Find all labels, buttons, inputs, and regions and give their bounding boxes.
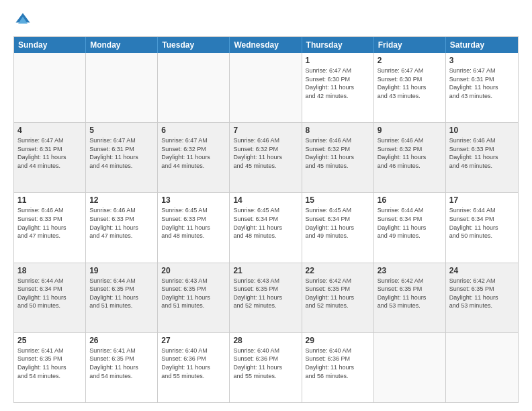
day-number: 24: [449, 266, 515, 275]
cal-cell: 28Sunrise: 6:40 AM Sunset: 6:36 PM Dayli…: [230, 333, 302, 402]
calendar-body: 1Sunrise: 6:47 AM Sunset: 6:30 PM Daylig…: [14, 53, 518, 402]
header-day-sunday: Sunday: [14, 37, 86, 53]
day-number: 2: [378, 56, 442, 65]
header-day-wednesday: Wednesday: [230, 37, 302, 53]
day-info: Sunrise: 6:40 AM Sunset: 6:36 PM Dayligh…: [161, 347, 226, 380]
day-info: Sunrise: 6:45 AM Sunset: 6:34 PM Dayligh…: [233, 206, 298, 240]
cal-cell: 2Sunrise: 6:47 AM Sunset: 6:30 PM Daylig…: [374, 53, 446, 122]
day-info: Sunrise: 6:47 AM Sunset: 6:31 PM Dayligh…: [17, 136, 82, 170]
calendar: SundayMondayTuesdayWednesdayThursdayFrid…: [13, 36, 519, 403]
cal-cell: 24Sunrise: 6:42 AM Sunset: 6:35 PM Dayli…: [446, 263, 518, 332]
day-info: Sunrise: 6:47 AM Sunset: 6:32 PM Dayligh…: [161, 136, 226, 170]
day-number: 27: [161, 336, 226, 345]
page: SundayMondayTuesdayWednesdayThursdayFrid…: [0, 0, 532, 411]
cal-cell: 27Sunrise: 6:40 AM Sunset: 6:36 PM Dayli…: [158, 333, 230, 402]
day-info: Sunrise: 6:46 AM Sunset: 6:32 PM Dayligh…: [306, 136, 370, 170]
day-number: 26: [89, 336, 154, 345]
day-info: Sunrise: 6:41 AM Sunset: 6:35 PM Dayligh…: [89, 347, 154, 380]
cal-cell: 20Sunrise: 6:43 AM Sunset: 6:35 PM Dayli…: [158, 263, 230, 332]
day-info: Sunrise: 6:47 AM Sunset: 6:31 PM Dayligh…: [89, 136, 154, 170]
day-info: Sunrise: 6:47 AM Sunset: 6:31 PM Dayligh…: [449, 66, 515, 100]
day-number: 8: [306, 126, 370, 135]
cal-cell: 11Sunrise: 6:46 AM Sunset: 6:33 PM Dayli…: [14, 193, 86, 262]
day-number: 12: [89, 195, 154, 205]
day-number: 22: [306, 266, 370, 275]
day-info: Sunrise: 6:46 AM Sunset: 6:33 PM Dayligh…: [17, 206, 82, 240]
cal-cell: 19Sunrise: 6:44 AM Sunset: 6:35 PM Dayli…: [86, 263, 158, 332]
calendar-row-1: 4Sunrise: 6:47 AM Sunset: 6:31 PM Daylig…: [14, 122, 518, 192]
cal-cell: 13Sunrise: 6:45 AM Sunset: 6:33 PM Dayli…: [158, 193, 230, 262]
day-number: 25: [17, 336, 82, 345]
day-info: Sunrise: 6:45 AM Sunset: 6:34 PM Dayligh…: [306, 206, 370, 240]
cal-cell: 29Sunrise: 6:40 AM Sunset: 6:36 PM Dayli…: [302, 333, 374, 402]
day-number: 29: [306, 336, 370, 345]
day-number: 5: [89, 126, 154, 135]
cal-cell: [446, 333, 518, 402]
header: [13, 11, 519, 30]
day-number: 15: [306, 195, 370, 205]
cal-cell: [230, 53, 302, 122]
header-day-saturday: Saturday: [446, 37, 518, 53]
cal-cell: 18Sunrise: 6:44 AM Sunset: 6:34 PM Dayli…: [14, 263, 86, 332]
day-info: Sunrise: 6:42 AM Sunset: 6:35 PM Dayligh…: [306, 277, 370, 310]
cal-cell: 1Sunrise: 6:47 AM Sunset: 6:30 PM Daylig…: [302, 53, 374, 122]
logo: [13, 11, 35, 30]
day-info: Sunrise: 6:44 AM Sunset: 6:34 PM Dayligh…: [17, 277, 82, 310]
header-day-friday: Friday: [374, 37, 446, 53]
day-number: 10: [449, 126, 515, 135]
day-info: Sunrise: 6:41 AM Sunset: 6:35 PM Dayligh…: [17, 347, 82, 380]
day-info: Sunrise: 6:46 AM Sunset: 6:33 PM Dayligh…: [449, 136, 515, 170]
day-number: 28: [233, 336, 298, 345]
cal-cell: 23Sunrise: 6:42 AM Sunset: 6:35 PM Dayli…: [374, 263, 446, 332]
cal-cell: 17Sunrise: 6:44 AM Sunset: 6:34 PM Dayli…: [446, 193, 518, 262]
day-info: Sunrise: 6:43 AM Sunset: 6:35 PM Dayligh…: [161, 277, 226, 310]
day-info: Sunrise: 6:47 AM Sunset: 6:30 PM Dayligh…: [378, 66, 442, 100]
day-number: 1: [306, 56, 370, 65]
day-number: 4: [17, 126, 82, 135]
day-info: Sunrise: 6:42 AM Sunset: 6:35 PM Dayligh…: [378, 277, 442, 310]
day-number: 6: [161, 126, 226, 135]
day-info: Sunrise: 6:46 AM Sunset: 6:32 PM Dayligh…: [378, 136, 442, 170]
header-day-thursday: Thursday: [302, 37, 374, 53]
day-info: Sunrise: 6:44 AM Sunset: 6:34 PM Dayligh…: [449, 206, 515, 240]
cal-cell: 3Sunrise: 6:47 AM Sunset: 6:31 PM Daylig…: [446, 53, 518, 122]
day-number: 19: [89, 266, 154, 275]
logo-icon: [13, 11, 32, 30]
day-info: Sunrise: 6:40 AM Sunset: 6:36 PM Dayligh…: [233, 347, 298, 380]
day-info: Sunrise: 6:43 AM Sunset: 6:35 PM Dayligh…: [233, 277, 298, 310]
cal-cell: [158, 53, 230, 122]
day-info: Sunrise: 6:44 AM Sunset: 6:35 PM Dayligh…: [89, 277, 154, 310]
day-info: Sunrise: 6:46 AM Sunset: 6:33 PM Dayligh…: [89, 206, 154, 240]
header-day-tuesday: Tuesday: [158, 37, 230, 53]
day-number: 3: [449, 56, 515, 65]
cal-cell: 15Sunrise: 6:45 AM Sunset: 6:34 PM Dayli…: [302, 193, 374, 262]
day-info: Sunrise: 6:42 AM Sunset: 6:35 PM Dayligh…: [449, 277, 515, 310]
day-info: Sunrise: 6:44 AM Sunset: 6:34 PM Dayligh…: [378, 206, 442, 240]
calendar-header: SundayMondayTuesdayWednesdayThursdayFrid…: [14, 37, 518, 53]
day-number: 23: [378, 266, 442, 275]
cal-cell: 25Sunrise: 6:41 AM Sunset: 6:35 PM Dayli…: [14, 333, 86, 402]
day-number: 21: [233, 266, 298, 275]
day-number: 16: [378, 195, 442, 205]
cal-cell: 7Sunrise: 6:46 AM Sunset: 6:32 PM Daylig…: [230, 123, 302, 192]
calendar-row-4: 25Sunrise: 6:41 AM Sunset: 6:35 PM Dayli…: [14, 332, 518, 402]
day-number: 17: [449, 195, 515, 205]
cal-cell: [374, 333, 446, 402]
cal-cell: 16Sunrise: 6:44 AM Sunset: 6:34 PM Dayli…: [374, 193, 446, 262]
cal-cell: 14Sunrise: 6:45 AM Sunset: 6:34 PM Dayli…: [230, 193, 302, 262]
calendar-row-3: 18Sunrise: 6:44 AM Sunset: 6:34 PM Dayli…: [14, 263, 518, 332]
day-info: Sunrise: 6:46 AM Sunset: 6:32 PM Dayligh…: [233, 136, 298, 170]
cal-cell: 22Sunrise: 6:42 AM Sunset: 6:35 PM Dayli…: [302, 263, 374, 332]
cal-cell: 6Sunrise: 6:47 AM Sunset: 6:32 PM Daylig…: [158, 123, 230, 192]
day-number: 14: [233, 195, 298, 205]
cal-cell: 8Sunrise: 6:46 AM Sunset: 6:32 PM Daylig…: [302, 123, 374, 192]
calendar-row-0: 1Sunrise: 6:47 AM Sunset: 6:30 PM Daylig…: [14, 53, 518, 122]
cal-cell: 21Sunrise: 6:43 AM Sunset: 6:35 PM Dayli…: [230, 263, 302, 332]
cal-cell: 26Sunrise: 6:41 AM Sunset: 6:35 PM Dayli…: [86, 333, 158, 402]
day-number: 11: [17, 195, 82, 205]
day-number: 20: [161, 266, 226, 275]
day-number: 9: [378, 126, 442, 135]
header-day-monday: Monday: [86, 37, 158, 53]
day-number: 18: [17, 266, 82, 275]
cal-cell: 10Sunrise: 6:46 AM Sunset: 6:33 PM Dayli…: [446, 123, 518, 192]
